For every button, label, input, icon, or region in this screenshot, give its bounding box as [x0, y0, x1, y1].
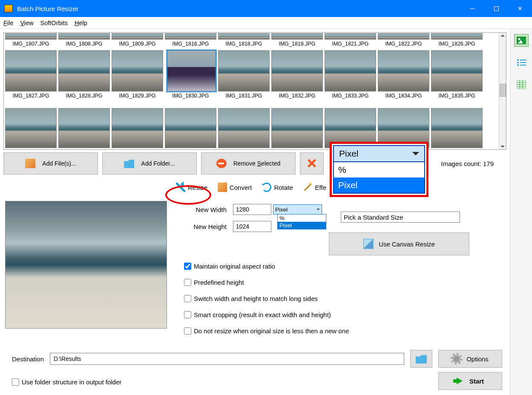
thumbnail-cell[interactable] [430, 108, 483, 149]
thumbnail-cell[interactable]: IMG_1833.JPG [324, 50, 377, 108]
options-label: Options [466, 355, 489, 363]
width-unit-dropdown[interactable]: % Pixel [277, 214, 326, 229]
tab-effects[interactable]: Effe [299, 180, 331, 195]
menu-view[interactable]: View [20, 20, 33, 26]
switch-wh-checkbox[interactable] [184, 295, 191, 302]
view-thumbnails-button[interactable] [514, 34, 529, 47]
view-list-button[interactable] [514, 56, 529, 69]
thumbnail-cell[interactable]: IMG_1831.JPG [217, 50, 270, 108]
window-controls [460, 0, 532, 17]
big-dropdown-select[interactable]: Pixel [333, 145, 425, 162]
thumbnail-cell[interactable]: IMG_1819.JPG [270, 33, 324, 50]
title-bar: Batch Picture Resizer [0, 0, 532, 17]
add-folder-button[interactable]: Add Folder... [102, 152, 197, 175]
gallery-scrollbar[interactable] [499, 33, 506, 149]
thumbnail-cell[interactable]: IMG_1808.JPG [58, 33, 111, 50]
thumbnail-cell[interactable]: IMG_1816.JPG [164, 33, 217, 50]
thumbnail-filename: IMG_1830.JPG [172, 93, 209, 99]
aspect-ratio-label: Maintain original aspect ratio [194, 263, 275, 270]
thumbnail-cell[interactable]: IMG_1809.JPG [111, 33, 164, 50]
x-icon [307, 159, 317, 168]
thumbnail-cell[interactable] [111, 108, 164, 149]
remove-all-button[interactable] [300, 152, 324, 175]
standard-size-label: Pick a Standard Size [344, 214, 403, 221]
minimize-button[interactable] [460, 0, 484, 17]
use-canvas-resize-button[interactable]: Use Canvas Resize [329, 232, 469, 255]
remove-selected-button[interactable]: Remove Selected [201, 152, 296, 175]
thumbnail-cell[interactable]: IMG_1818.JPG [217, 33, 270, 50]
thumbnail-image [165, 108, 216, 148]
svg-point-5 [517, 62, 519, 63]
tab-rotate[interactable]: Rotate [258, 180, 297, 195]
thumbnail-cell[interactable] [217, 108, 270, 149]
tab-convert-label: Convert [230, 184, 252, 191]
big-dropdown-opt-pixel[interactable]: Pixel [334, 177, 424, 193]
aspect-ratio-checkbox[interactable] [184, 263, 191, 270]
predefined-height-checkbox[interactable] [184, 279, 191, 286]
thumbnail-cell[interactable]: IMG_1830.JPG [164, 50, 217, 108]
thumbnail-filename: IMG_1827.JPG [12, 93, 49, 99]
thumbnail-cell[interactable]: IMG_1821.JPG [324, 33, 377, 50]
menu-softorbits[interactable]: SoftOrbits [40, 20, 68, 26]
start-button[interactable]: Start [438, 372, 502, 390]
thumbnail-cell[interactable]: IMG_1822.JPG [377, 33, 430, 50]
new-height-input[interactable] [233, 221, 271, 232]
standard-size-select[interactable]: Pick a Standard Size [341, 212, 460, 223]
thumbnail-image [5, 108, 57, 148]
add-files-button[interactable]: Add File(s)... [3, 152, 98, 175]
tab-convert[interactable]: Convert [213, 180, 256, 195]
predefined-height-label: Predefined height [194, 279, 244, 286]
big-dropdown-opt-percent[interactable]: % [334, 162, 424, 177]
thumbnail-filename: IMG_1828.JPG [66, 93, 102, 99]
thumbnail-image [378, 33, 429, 40]
thumbnail-cell[interactable]: IMG_1832.JPG [270, 50, 324, 108]
unit-opt-percent[interactable]: % [278, 215, 326, 222]
thumbnail-image [431, 50, 483, 92]
view-details-button[interactable] [514, 78, 529, 91]
thumbnail-cell[interactable]: IMG_1835.JPG [430, 50, 483, 108]
use-folder-structure-checkbox[interactable] [12, 378, 19, 386]
thumbnail-cell[interactable]: IMG_1829.JPG [111, 50, 164, 108]
big-dropdown-value: Pixel [339, 149, 359, 159]
maximize-button[interactable] [484, 0, 508, 17]
thumbnail-cell[interactable] [58, 108, 111, 149]
thumbnail-cell[interactable]: IMG_1828.JPG [58, 50, 111, 108]
thumbnail-filename: IMG_1809.JPG [119, 41, 155, 47]
thumbnail-cell[interactable] [4, 108, 58, 149]
width-unit-select[interactable]: Pixel [273, 204, 322, 215]
thumbnail-cell[interactable]: IMG_1827.JPG [4, 50, 58, 108]
thumbnail-cell[interactable]: IMG_1807.JPG [4, 33, 58, 50]
thumbnail-image [58, 50, 110, 92]
destination-path-select[interactable]: D:\Results [50, 353, 404, 365]
smart-crop-label: Smart cropping (result in exact width an… [194, 311, 331, 318]
thumbnail-image [431, 108, 483, 148]
thumbnail-cell[interactable]: IMG_1826.JPG [430, 33, 483, 50]
thumbnail-cell[interactable]: IMG_1834.JPG [377, 50, 430, 108]
canvas-icon [363, 239, 374, 249]
unit-opt-pixel[interactable]: Pixel [278, 222, 326, 229]
new-width-input[interactable] [233, 204, 271, 215]
tab-resize[interactable]: Resize [172, 180, 212, 195]
menu-help[interactable]: Help [75, 20, 87, 26]
thumbnail-image [167, 50, 216, 92]
thumbnail-cell[interactable] [164, 108, 217, 149]
browse-destination-button[interactable] [410, 350, 432, 368]
thumbnail-filename: IMG_1835.JPG [438, 93, 475, 99]
options-button[interactable]: Options [438, 350, 502, 368]
thumbnail-filename: IMG_1834.JPG [385, 93, 422, 99]
menu-file[interactable]: File [3, 20, 13, 26]
close-button[interactable] [508, 0, 532, 17]
thumbnail-image [5, 33, 57, 40]
thumbnail-image [112, 33, 163, 40]
no-resize-checkbox[interactable] [184, 327, 191, 335]
thumbnail-cell[interactable] [270, 108, 324, 149]
preview-area [3, 198, 167, 347]
annotation-big-dropdown: Pixel % Pixel [330, 142, 428, 197]
use-folder-structure-label: Use folder structure in output folder [22, 378, 121, 386]
thumbnail-image [165, 33, 216, 40]
smart-crop-checkbox[interactable] [184, 311, 191, 318]
thumbnail-filename: IMG_1829.JPG [119, 93, 155, 99]
image-icon [25, 159, 35, 168]
thumbnail-image [58, 33, 110, 40]
new-width-label: New Width [184, 206, 227, 213]
